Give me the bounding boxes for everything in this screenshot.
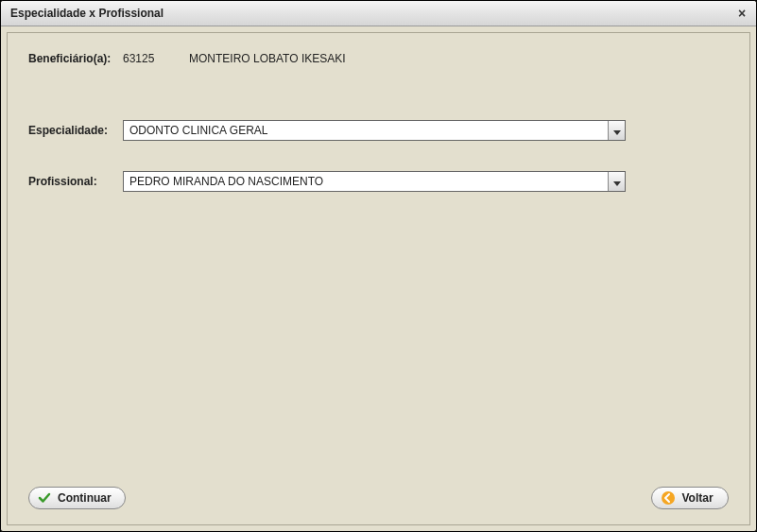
close-button[interactable]: ×	[734, 6, 749, 21]
beneficiario-name: MONTEIRO LOBATO IKESAKI	[189, 52, 346, 65]
profissional-dropdown-button[interactable]	[608, 172, 625, 191]
profissional-row: Profissional: PEDRO MIRANDA DO NASCIMENT…	[28, 171, 729, 192]
especialidade-combobox[interactable]: ODONTO CLINICA GERAL	[123, 120, 626, 141]
dialog: Especialidade x Profissional × Beneficiá…	[0, 0, 757, 532]
back-arrow-icon	[661, 490, 676, 506]
beneficiario-id: 63125	[123, 52, 189, 65]
footer: Continuar Voltar	[28, 479, 729, 511]
continuar-button[interactable]: Continuar	[28, 487, 126, 509]
check-icon	[37, 490, 52, 506]
titlebar: Especialidade x Profissional ×	[1, 1, 756, 26]
window-title: Especialidade x Profissional	[10, 7, 163, 20]
voltar-label: Voltar	[681, 491, 713, 505]
profissional-combobox[interactable]: PEDRO MIRANDA DO NASCIMENTO	[123, 171, 626, 192]
continuar-label: Continuar	[58, 491, 112, 505]
chevron-down-icon	[613, 122, 621, 139]
chevron-down-icon	[613, 173, 621, 190]
close-icon: ×	[738, 6, 746, 21]
content-panel: Beneficiário(a): 63125 MONTEIRO LOBATO I…	[7, 32, 750, 525]
beneficiario-label: Beneficiário(a):	[28, 52, 123, 65]
beneficiario-row: Beneficiário(a): 63125 MONTEIRO LOBATO I…	[28, 52, 729, 65]
voltar-button[interactable]: Voltar	[651, 487, 729, 509]
especialidade-row: Especialidade: ODONTO CLINICA GERAL	[28, 120, 729, 141]
especialidade-dropdown-button[interactable]	[608, 121, 625, 140]
especialidade-label: Especialidade:	[28, 124, 123, 137]
svg-point-0	[662, 491, 675, 505]
especialidade-value: ODONTO CLINICA GERAL	[124, 121, 608, 140]
profissional-value: PEDRO MIRANDA DO NASCIMENTO	[124, 172, 608, 191]
profissional-label: Profissional:	[28, 175, 123, 188]
